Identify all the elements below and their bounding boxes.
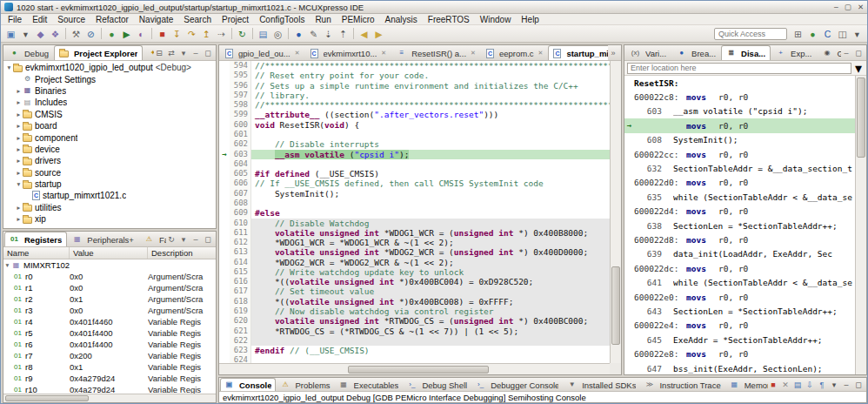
tab-evkmimxrt[interactable]: Cevkmimxrt10...✕ <box>305 45 392 60</box>
skip-breakpoints-icon[interactable]: ⊘ <box>83 27 98 41</box>
tab-console[interactable]: ▣Console <box>220 378 276 391</box>
tree-item[interactable]: ▸board <box>3 120 216 131</box>
minimize-icon[interactable]: – <box>190 48 201 58</box>
scrollbar-thumb[interactable] <box>5 395 89 401</box>
restart-icon[interactable]: ↻ <box>235 27 250 41</box>
menu-help[interactable]: Help <box>516 15 544 24</box>
twisty-icon[interactable]: ▸ <box>15 157 23 165</box>
menu-window[interactable]: Window <box>475 15 517 24</box>
prev-annotation-icon[interactable]: ⇡ <box>336 27 351 41</box>
menu-edit[interactable]: Edit <box>27 15 52 24</box>
scrollbar-thumb[interactable] <box>348 366 489 374</box>
build-icon[interactable]: ⚒ <box>69 27 83 41</box>
scroll-lock-icon[interactable]: ⇩ <box>805 380 815 390</box>
new-source-icon[interactable]: ▤ <box>256 27 270 41</box>
refresh-icon[interactable]: ↻ <box>166 234 177 245</box>
tab-memory[interactable]: ▦Memory <box>725 378 768 391</box>
tab-close-icon[interactable]: ✕ <box>381 50 386 57</box>
instruction-stepping-icon[interactable]: ⇢ <box>214 27 229 41</box>
menu-freertos[interactable]: FreeRTOS <box>423 15 475 24</box>
tree-item[interactable]: ⚙Project Settings <box>3 73 216 84</box>
menu-analysis[interactable]: Analysis <box>380 15 423 24</box>
profile-icon[interactable]: ◐ <box>134 27 149 41</box>
quick-access-input[interactable] <box>714 28 787 40</box>
tab-quickstart-panel[interactable]: ✦Quickstart Panel <box>143 45 154 60</box>
menu-pemicro[interactable]: PEMicro <box>337 15 380 24</box>
run-icon[interactable]: ▶ <box>119 27 134 41</box>
tab-eeprom[interactable]: Ceeprom.c✕ <box>481 45 548 60</box>
tab-expressions[interactable]: +Exp... <box>771 45 817 60</box>
minimize-icon[interactable]: – <box>841 48 851 58</box>
column-header-value[interactable]: Value <box>70 247 148 259</box>
column-header-description[interactable]: Description <box>148 247 216 259</box>
tab-globals[interactable]: ◉Glob... <box>817 45 841 60</box>
tree-item[interactable]: ▸device <box>3 144 216 155</box>
tree-item[interactable]: ▾startup <box>3 178 216 190</box>
registers-rows[interactable]: ▾▦MIMXRT102...01r00x0Argument/Scra01r10x… <box>3 259 216 394</box>
twisty-icon[interactable]: ▸ <box>15 98 23 106</box>
register-row[interactable]: 01r70x200Variable Regis <box>3 350 216 361</box>
tab-faults[interactable]: ⚠Faults <box>139 232 166 246</box>
tab-close-icon[interactable]: ✕ <box>471 50 476 57</box>
register-row[interactable]: 01r100x4a279d24Variable Regis <box>3 384 216 394</box>
clear-console-icon[interactable]: ▤ <box>792 380 803 390</box>
view-menu-icon[interactable]: ▾ <box>178 234 189 245</box>
tab-problems[interactable]: ⚠Problems <box>276 378 334 391</box>
tab-resetisr[interactable]: ≡ResetISR() a...✕ <box>391 45 481 60</box>
maximize-window-icon[interactable]: ▢ <box>845 3 851 11</box>
scrollbar-thumb[interactable] <box>857 77 865 158</box>
tree-item[interactable]: ▸CMSIS <box>3 109 216 120</box>
new-dropdown-icon[interactable]: ▾ <box>18 27 33 41</box>
tab-project-explorer[interactable]: Project Explorer <box>54 45 143 60</box>
tab-debug-shell[interactable]: ›_Debug Shell <box>403 378 471 391</box>
register-row[interactable]: ▾▦MIMXRT102... <box>3 259 216 271</box>
menu-configtools[interactable]: ConfigTools <box>254 15 310 24</box>
disassembly-vscrollbar[interactable] <box>855 76 866 374</box>
toggle-breakpoint-icon[interactable]: ● <box>291 27 306 41</box>
menu-source[interactable]: Source <box>52 15 90 24</box>
annotation-pencil-icon[interactable]: ✎ <box>306 27 321 41</box>
registers-hscrollbar[interactable] <box>3 394 216 402</box>
tree-item[interactable]: ▸▤Includes <box>3 97 216 108</box>
remove-launch-icon[interactable]: ✕ <box>780 380 791 390</box>
perspective-dropdown-icon[interactable]: ▾ <box>850 27 865 41</box>
tree-item[interactable]: ▸utilities <box>3 202 216 213</box>
tab-breakpoints[interactable]: ●Brea... <box>671 45 721 60</box>
twisty-icon[interactable]: ▾ <box>3 261 11 269</box>
twisty-icon[interactable]: ▸ <box>15 215 23 223</box>
menu-run[interactable]: Run <box>310 15 336 24</box>
tab-installed-sdks[interactable]: ▼Installed SDKs <box>563 378 640 391</box>
new-wizard-icon[interactable]: ▣ <box>3 27 18 41</box>
word-wrap-icon[interactable]: ¶ <box>817 380 827 390</box>
tab-startup[interactable]: Cstartup_mimx...✕ <box>548 45 608 60</box>
terminate-icon[interactable]: ■ <box>768 380 778 390</box>
tab-debug[interactable]: ●Debug <box>4 45 54 60</box>
tree-item[interactable]: Cstartup_mimxrt1021.c <box>3 190 216 201</box>
register-row[interactable]: 01r30x0Argument/Scra <box>3 305 216 316</box>
window-grid-icon[interactable]: ⊞ <box>791 27 805 41</box>
tab-instruction-trace[interactable]: ≫Instruction Trace <box>640 378 724 391</box>
step-over-icon[interactable]: ↷ <box>184 27 199 41</box>
twisty-icon[interactable]: ▸ <box>15 111 23 118</box>
minimize-icon[interactable]: – <box>841 380 851 390</box>
tab-gpio-led[interactable]: Cgpio_led_ou...✕ <box>220 45 305 60</box>
project-tree[interactable]: ▾evkmimxrt1020_igpio_led_output<Debug>⚙P… <box>3 61 216 228</box>
twisty-icon[interactable]: ▸ <box>15 134 23 142</box>
tab-disassembly[interactable]: ≣Disa... <box>721 45 771 60</box>
display-selected-console-icon[interactable]: ▾ <box>829 380 839 390</box>
save-all-icon[interactable]: ❖ <box>48 27 63 41</box>
column-header-name[interactable]: Name <box>3 247 70 259</box>
twisty-icon[interactable]: ▸ <box>15 145 23 153</box>
view-menu-icon[interactable]: ▾ <box>178 48 189 58</box>
maximize-icon[interactable]: ◻ <box>203 48 213 58</box>
register-row[interactable]: 01r20x1Argument/Scra <box>3 293 216 305</box>
link-with-editor-icon[interactable]: ⇄ <box>166 48 177 58</box>
tab-debugger-console[interactable]: ›_Debugger Console <box>471 378 563 391</box>
editor-tab-overflow-icon[interactable]: » <box>608 48 618 58</box>
step-into-icon[interactable]: ↧ <box>170 27 184 41</box>
menu-project[interactable]: Project <box>217 15 254 24</box>
scrollbar-thumb[interactable] <box>611 266 620 345</box>
collapse-all-icon[interactable]: ⊟ <box>154 48 164 58</box>
register-row[interactable]: 01r60x401f4400Variable Regis <box>3 339 216 350</box>
editor-vscrollbar[interactable] <box>610 61 621 363</box>
